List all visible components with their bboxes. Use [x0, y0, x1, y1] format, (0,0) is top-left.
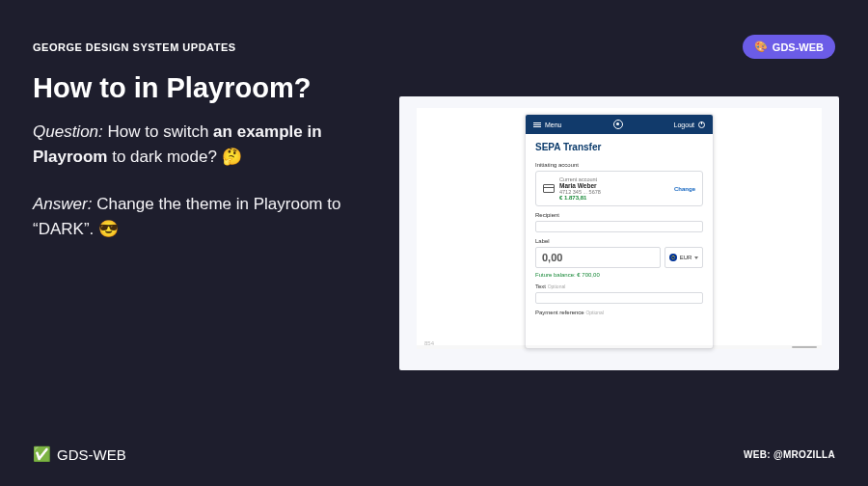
header-row: GEORGE DESIGN SYSTEM UPDATES 🎨 GDS-WEB — [33, 35, 835, 59]
logout-label: Logout — [674, 122, 694, 128]
question-paragraph: Question: How to switch an example in Pl… — [33, 120, 356, 169]
power-icon — [698, 122, 705, 128]
thinking-emoji-icon: 🤔 — [222, 148, 242, 166]
account-card[interactable]: Current account Maria Weber 4712 345 ...… — [535, 171, 703, 206]
account-balance: € 1.873,81 — [559, 195, 601, 201]
footer-left-label: GDS-WEB — [57, 446, 126, 463]
text-optional: Optional — [548, 284, 566, 289]
qa-block: Question: How to switch an example in Pl… — [33, 120, 356, 241]
spacer — [33, 169, 356, 192]
recipient-label: Recipient — [535, 212, 703, 218]
answer-label: Answer: — [33, 195, 92, 213]
chevron-down-icon — [694, 256, 698, 259]
overline: GEORGE DESIGN SYSTEM UPDATES — [33, 41, 236, 53]
horizontal-scrollbar[interactable] — [417, 345, 822, 349]
payment-ref-optional: Optional — [585, 310, 604, 315]
pill-label: GDS-WEB — [773, 41, 824, 53]
initiating-account-label: Initiating account — [535, 162, 703, 168]
amount-row: 0,00 EUR — [535, 247, 703, 268]
pill-emoji-icon: 🎨 — [754, 40, 768, 53]
footer-right: WEB: @MROZILLA — [744, 449, 835, 460]
eu-flag-icon — [669, 254, 677, 261]
account-info: Current account Maria Weber 4712 345 ...… — [559, 176, 601, 201]
mobile-topbar: Menu Logout — [526, 115, 713, 134]
brand-logo-icon — [613, 120, 623, 129]
answer-paragraph: Answer: Change the theme in Playroom to … — [33, 192, 356, 241]
mobile-mock: Menu Logout SEPA Transfer Initiating acc… — [525, 114, 714, 349]
hamburger-icon — [533, 122, 541, 128]
recipient-input[interactable] — [535, 221, 703, 232]
text-field-label: Text Optional — [535, 284, 703, 289]
preview-pane: Menu Logout SEPA Transfer Initiating acc… — [399, 96, 839, 370]
question-label: Question: — [33, 122, 103, 141]
payment-ref-text: Payment reference — [535, 310, 584, 315]
question-pre: How to switch — [108, 122, 209, 141]
account-card-left: Current account Maria Weber 4712 345 ...… — [543, 176, 601, 201]
cool-emoji-icon: 😎 — [98, 220, 119, 238]
text-label-text: Text — [535, 284, 546, 289]
footer-left: ✅ GDS-WEB — [33, 446, 126, 463]
change-account-link[interactable]: Change — [674, 186, 695, 192]
text-input[interactable] — [535, 292, 703, 304]
pill-badge: 🎨 GDS-WEB — [743, 35, 835, 59]
slide: GEORGE DESIGN SYSTEM UPDATES 🎨 GDS-WEB H… — [0, 0, 868, 486]
menu-button[interactable]: Menu — [533, 122, 562, 128]
currency-select[interactable]: EUR — [665, 247, 703, 268]
logout-button[interactable]: Logout — [674, 122, 705, 128]
card-icon — [543, 184, 555, 193]
amount-input[interactable]: 0,00 — [535, 247, 661, 268]
check-emoji-icon: ✅ — [33, 446, 51, 463]
footer: ✅ GDS-WEB WEB: @MROZILLA — [33, 446, 835, 463]
payment-reference-label: Payment reference Optional — [535, 310, 703, 315]
menu-label: Menu — [545, 122, 562, 128]
label-label: Label — [535, 238, 703, 244]
preview-inner: Menu Logout SEPA Transfer Initiating acc… — [417, 108, 822, 349]
currency-label: EUR — [680, 255, 692, 260]
mobile-title: SEPA Transfer — [526, 134, 713, 158]
future-balance: Future balance: € 700,00 — [535, 272, 703, 278]
account-name: Maria Weber — [559, 182, 601, 189]
question-post: to dark mode? — [112, 148, 217, 166]
mobile-body: Initiating account Current account Maria… — [526, 162, 713, 325]
